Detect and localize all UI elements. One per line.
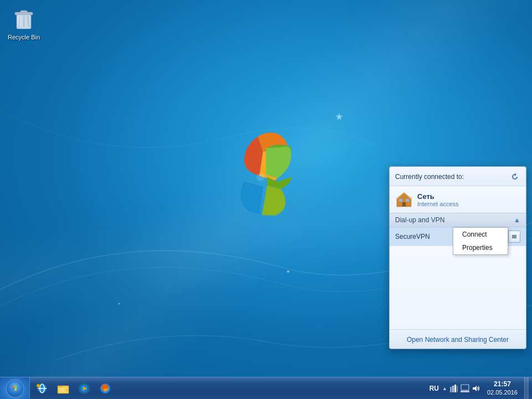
svg-rect-26: [59, 390, 65, 391]
network-item: Сеть Internet access: [390, 186, 526, 213]
network-item-info: Сеть Internet access: [417, 192, 520, 207]
svg-rect-14: [406, 199, 409, 202]
svg-point-3: [257, 173, 265, 181]
vpn-context-menu: Connect Properties: [453, 227, 508, 255]
tray-network-icon[interactable]: [449, 384, 458, 393]
taskbar-ie-icon[interactable]: [32, 378, 52, 398]
popup-header-text: Currently connected to:: [395, 173, 464, 181]
popup-footer: Open Network and Sharing Center: [390, 329, 526, 349]
vpn-menu-button[interactable]: [508, 231, 520, 243]
svg-rect-13: [402, 202, 406, 207]
connect-menu-item[interactable]: Connect: [453, 228, 508, 241]
clock-date: 02.05.2016: [487, 388, 518, 396]
recycle-bin-icon[interactable]: Recycle Bin: [4, 4, 43, 41]
svg-rect-33: [450, 387, 452, 392]
taskbar-pinned-icons: [30, 378, 117, 398]
network-name: Сеть: [417, 192, 520, 201]
taskbar-explorer-icon[interactable]: [53, 378, 73, 398]
svg-marker-39: [473, 386, 477, 391]
popup-header: Currently connected to:: [390, 167, 526, 186]
network-house-icon: [395, 191, 413, 208]
recycle-bin-graphic: [11, 4, 37, 31]
svg-point-0: [287, 270, 289, 273]
svg-rect-25: [59, 388, 68, 389]
svg-rect-35: [454, 385, 456, 392]
network-popup: Currently connected to:: [389, 166, 526, 349]
svg-rect-17: [512, 236, 516, 237]
svg-rect-38: [461, 391, 469, 392]
tray-taskbar-icon[interactable]: [461, 384, 469, 393]
svg-rect-10: [17, 15, 22, 26]
svg-rect-6: [21, 11, 27, 13]
vpn-row[interactable]: SecureVPN Connect Properties: [390, 227, 526, 246]
properties-menu-item[interactable]: Properties: [453, 241, 508, 254]
clock-time: 21:57: [494, 380, 511, 389]
svg-point-23: [37, 384, 40, 387]
taskbar: RU ▲ 21:57: [0, 377, 532, 399]
recycle-bin-label: Recycle Bin: [4, 33, 43, 41]
svg-rect-18: [512, 238, 516, 239]
refresh-icon[interactable]: [509, 171, 520, 182]
open-network-center-link[interactable]: Open Network and Sharing Center: [407, 336, 509, 344]
clock-area[interactable]: 21:57 02.05.2016: [483, 377, 522, 399]
tray-overflow-chevron[interactable]: ▲: [442, 386, 447, 391]
svg-point-1: [119, 303, 120, 305]
taskbar-firefox-icon[interactable]: [95, 378, 115, 398]
svg-rect-15: [399, 199, 402, 202]
dialup-section-label: Dial-up and VPN: [395, 216, 444, 224]
dialup-section-header: Dial-up and VPN ▲: [390, 213, 526, 227]
windows-logo: [205, 121, 327, 243]
system-tray: RU ▲ 21:57: [425, 377, 532, 399]
network-status: Internet access: [417, 201, 520, 207]
svg-rect-27: [59, 391, 66, 392]
svg-rect-37: [461, 385, 469, 390]
tray-language[interactable]: RU: [428, 385, 440, 392]
start-button[interactable]: [0, 377, 30, 400]
svg-rect-34: [452, 386, 454, 392]
taskbar-mediaplayer-icon[interactable]: [74, 378, 94, 398]
collapse-icon[interactable]: ▲: [514, 216, 520, 224]
svg-marker-2: [336, 113, 343, 120]
svg-rect-16: [512, 235, 516, 236]
show-desktop-button[interactable]: [524, 377, 529, 399]
desktop: Recycle Bin Currently connected to:: [0, 0, 532, 377]
svg-rect-36: [457, 386, 458, 392]
popup-empty-area: [390, 246, 526, 329]
tray-volume-icon[interactable]: [472, 384, 480, 393]
